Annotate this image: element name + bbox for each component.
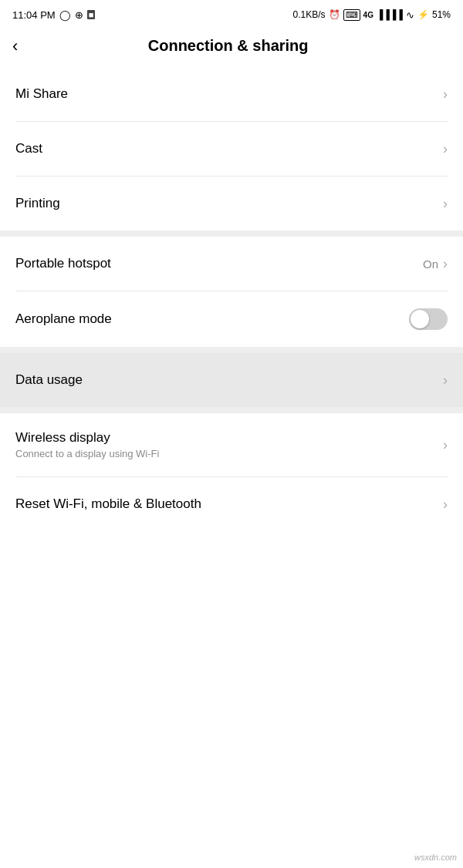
menu-item-label-wireless-display: Wireless display [15,430,443,446]
keyboard-icon: ⌨ [343,9,360,21]
menu-item-right-reset-wifi: › [443,496,448,513]
menu-item-content-wireless-display: Wireless displayConnect to a display usi… [15,430,443,459]
alarm-icon: ⏰ [329,9,340,20]
menu-item-label-aeroplane-mode: Aeroplane mode [15,311,409,327]
menu-item-label-portable-hotspot: Portable hotspot [15,256,423,271]
menu-item-right-wireless-display: › [443,437,448,453]
chevron-icon-wireless-display: › [443,437,448,453]
menu-item-content-aeroplane-mode: Aeroplane mode [15,311,409,327]
menu-item-content-mi-share: Mi Share [15,86,443,102]
menu-item-wireless-display[interactable]: Wireless displayConnect to a display usi… [0,413,463,476]
menu-group-1: Portable hotspotOn›Aeroplane mode [0,237,463,347]
menu-item-content-portable-hotspot: Portable hotspot [15,256,423,271]
menu-item-printing[interactable]: Printing› [0,177,463,230]
page-title: Connection & sharing [30,37,426,55]
menu-item-portable-hotspot[interactable]: Portable hotspotOn› [0,237,463,291]
chevron-icon-data-usage: › [443,372,448,389]
battery-icon: ⚡ [417,9,429,20]
battery-percent: 51% [432,9,451,20]
status-bar: 11:04 PM ◯ ⊕ ■ 0.1KB/s ⏰ ⌨ 4G ▐▐▐▐ ∿ ⚡ 5… [0,0,463,28]
status-bar-right: 0.1KB/s ⏰ ⌨ 4G ▐▐▐▐ ∿ ⚡ 51% [293,9,451,21]
whatsapp-icon: ◯ [59,9,71,21]
menu-item-label-cast: Cast [15,141,443,156]
status-bar-left: 11:04 PM ◯ ⊕ ■ [12,9,95,21]
menu-item-reset-wifi[interactable]: Reset Wi-Fi, mobile & Bluetooth› [0,477,463,531]
menu-item-label-reset-wifi: Reset Wi-Fi, mobile & Bluetooth [15,496,443,512]
menu-item-right-aeroplane-mode [409,308,448,330]
menu-item-label-printing: Printing [15,196,443,211]
screen-icon: ■ [87,10,96,19]
chevron-icon-cast: › [443,141,448,157]
menu-item-content-reset-wifi: Reset Wi-Fi, mobile & Bluetooth [15,496,443,512]
top-navigation: ‹ Connection & sharing [0,28,463,67]
menu-item-aeroplane-mode[interactable]: Aeroplane mode [0,291,463,347]
menu-group-3: Wireless displayConnect to a display usi… [0,413,463,531]
section-divider-2 [0,407,463,413]
menu-item-mi-share[interactable]: Mi Share› [0,67,463,121]
menu-item-right-printing: › [443,196,448,212]
menu-item-right-portable-hotspot: On› [423,256,448,272]
menu-item-content-data-usage: Data usage [15,372,443,388]
menu-item-content-printing: Printing [15,196,443,211]
signal-4g-icon: 4G [363,11,373,19]
menu-item-status-portable-hotspot: On [423,257,438,271]
menu-item-sublabel-wireless-display: Connect to a display using Wi-Fi [15,448,443,459]
menu-item-data-usage[interactable]: Data usage› [0,353,463,407]
chevron-icon-portable-hotspot: › [443,256,448,272]
section-divider-0 [0,230,463,237]
menu-item-right-cast: › [443,141,448,157]
menu-item-content-cast: Cast [15,141,443,156]
watermark: wsxdn.com [414,853,457,862]
menu-section: Mi Share›Cast›Printing›Portable hotspotO… [0,67,463,531]
signal-bars-icon: ▐▐▐▐ [377,9,403,20]
chevron-icon-reset-wifi: › [443,496,448,513]
menu-item-right-data-usage: › [443,372,448,389]
crosshair-icon: ⊕ [75,9,83,21]
toggle-aeroplane-mode[interactable] [409,308,448,330]
wifi-icon: ∿ [406,9,414,21]
menu-item-label-data-usage: Data usage [15,372,443,388]
menu-item-label-mi-share: Mi Share [15,86,443,102]
chevron-icon-mi-share: › [443,86,448,103]
network-speed: 0.1KB/s [293,9,326,20]
back-button[interactable]: ‹ [12,38,18,55]
menu-item-cast[interactable]: Cast› [0,122,463,176]
section-divider-1 [0,347,463,353]
chevron-icon-printing: › [443,196,448,212]
toggle-knob-aeroplane-mode [411,310,429,328]
time: 11:04 PM [12,9,56,21]
menu-group-0: Mi Share›Cast›Printing› [0,67,463,230]
menu-group-2: Data usage› [0,353,463,407]
menu-item-right-mi-share: › [443,86,448,103]
